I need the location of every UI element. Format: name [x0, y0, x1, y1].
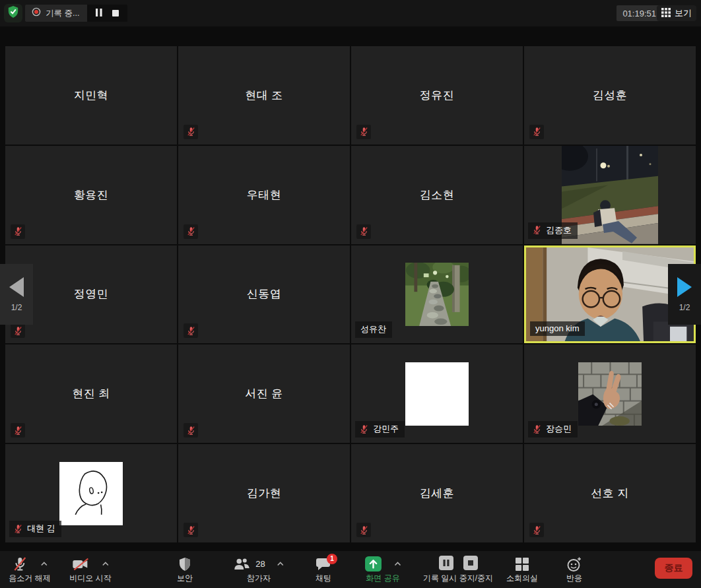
chevron-up-icon[interactable]	[102, 562, 110, 566]
participant-tile[interactable]: 서진 윤	[178, 344, 350, 443]
toolbar-label: 음소거 해제	[9, 573, 50, 584]
muted-mic-icon	[13, 524, 23, 534]
stop-recording-icon[interactable]	[463, 556, 477, 573]
recording-indicator: 기록 중...	[25, 5, 87, 22]
recording-label: 기록 중...	[46, 8, 79, 19]
participant-count: 28	[255, 559, 265, 569]
page-indicator: 1/2	[679, 303, 690, 312]
participant-tile[interactable]: 김성훈	[524, 46, 696, 145]
pause-recording-icon[interactable]	[96, 7, 102, 19]
participant-tile[interactable]: 현진 최	[5, 344, 177, 443]
participant-name: 대현 김	[27, 523, 55, 535]
muted-mic-icon	[532, 424, 542, 434]
participant-tile[interactable]: 김가현	[178, 444, 350, 542]
toolbar-label: 화면 공유	[366, 573, 399, 584]
participant-avatar	[405, 263, 469, 326]
chat-bubble-icon: 1	[316, 557, 331, 572]
participant-name: yungon kim	[535, 323, 579, 333]
view-button[interactable]: 보기	[657, 5, 696, 21]
participant-tile[interactable]: 현대 조	[178, 46, 350, 145]
meeting-timer: 01:19:51	[617, 5, 662, 21]
end-meeting-button[interactable]: 종료	[655, 558, 692, 579]
chevron-up-icon[interactable]	[41, 562, 48, 566]
participant-name-label: 장승민	[528, 421, 578, 438]
reactions-icon	[566, 556, 582, 572]
participant-name: 현대 조	[178, 46, 350, 145]
participant-avatar	[405, 362, 469, 426]
view-label: 보기	[675, 7, 692, 19]
participant-name: 김종호	[546, 224, 572, 236]
toolbar-label: 채팅	[316, 573, 331, 584]
chevron-up-icon[interactable]	[394, 562, 401, 566]
participant-tile[interactable]: 김종호	[524, 146, 696, 244]
toolbar-button-breakout-rooms[interactable]: 소회의실	[506, 555, 538, 584]
muted-mic-icon	[11, 323, 25, 338]
muted-mic-icon	[356, 523, 371, 537]
muted-mic-icon	[184, 125, 198, 139]
stop-recording-icon[interactable]	[112, 7, 119, 19]
muted-mic-icon	[356, 125, 371, 139]
muted-mic-icon	[184, 423, 198, 438]
shield-check-icon	[7, 5, 19, 21]
toolbar-label: 비디오 시작	[69, 573, 111, 584]
participant-tile[interactable]: 장승민	[524, 344, 696, 443]
meeting-window: 기록 중... 01:19:51 보기 지민혁현대 조정유진김성훈황용진우태현김…	[0, 0, 701, 588]
participant-tile[interactable]: 김소현	[351, 146, 523, 244]
pause-recording-icon[interactable]	[438, 556, 453, 573]
participant-name-label: 김종호	[528, 222, 578, 239]
muted-mic-icon	[529, 125, 544, 139]
participant-tile[interactable]: 대현 김	[5, 444, 177, 542]
participant-name: 지민혁	[5, 46, 177, 145]
toolbar-button-start-video[interactable]: 비디오 시작	[69, 555, 111, 584]
chevron-left-icon	[9, 277, 24, 297]
participant-avatar	[578, 362, 642, 426]
participant-name: 서진 윤	[178, 344, 350, 443]
shield-icon	[178, 557, 191, 572]
participant-name: 우태현	[178, 146, 350, 244]
participant-name: 신동엽	[178, 245, 350, 344]
participant-tile[interactable]: 강민주	[351, 344, 523, 443]
recording-widget: 기록 중...	[25, 5, 127, 22]
toolbar-button-share-screen[interactable]: 화면 공유	[364, 555, 401, 584]
toolbar-button-unmute[interactable]: 음소거 해제	[9, 555, 50, 584]
record-dot-icon	[32, 7, 41, 19]
participant-tile[interactable]: 신동엽	[178, 245, 350, 344]
participant-name: 성유찬	[360, 323, 386, 335]
participant-name: 김성훈	[524, 46, 696, 145]
participant-name: 김세훈	[351, 444, 523, 542]
participants-icon	[233, 557, 251, 571]
participant-name: 강민주	[373, 423, 399, 435]
participant-name-label: 대현 김	[9, 521, 61, 537]
participant-grid: 지민혁현대 조정유진김성훈황용진우태현김소현김종호정영민신동엽성유찬yungon…	[5, 46, 696, 542]
security-shield-button[interactable]	[4, 4, 22, 22]
participant-tile[interactable]: 정유진	[351, 46, 523, 145]
toolbar-button-security[interactable]: 보안	[177, 555, 193, 584]
chevron-right-icon	[677, 277, 692, 297]
toolbar-button-chat[interactable]: 1채팅	[316, 555, 331, 584]
next-page-button[interactable]: 1/2	[668, 264, 701, 325]
video-off-icon	[72, 557, 90, 572]
participant-name: 현진 최	[5, 344, 177, 443]
participant-tile[interactable]: 우태현	[178, 146, 350, 244]
participant-tile[interactable]: 성유찬	[351, 245, 523, 344]
muted-mic-icon	[11, 224, 25, 239]
top-bar: 기록 중... 01:19:51 보기	[0, 0, 701, 26]
participant-tile[interactable]: 김세훈	[351, 444, 523, 542]
toolbar-label: 소회의실	[506, 573, 538, 584]
participant-name: 황용진	[5, 146, 177, 244]
participant-tile[interactable]: 황용진	[5, 146, 177, 244]
participant-name: 선호 지	[524, 444, 696, 542]
participant-tile[interactable]: 선호 지	[524, 444, 696, 542]
participant-tile[interactable]: 지민혁	[5, 46, 177, 145]
previous-page-button[interactable]: 1/2	[0, 264, 33, 325]
participant-name-label: 성유찬	[355, 321, 392, 338]
toolbar-button-participants[interactable]: 28참가자	[233, 555, 284, 584]
recording-controls	[87, 5, 127, 22]
muted-mic-icon	[184, 323, 198, 338]
muted-mic-icon	[184, 523, 198, 537]
chevron-up-icon[interactable]	[277, 562, 284, 566]
muted-mic-icon	[532, 225, 542, 235]
toolbar-button-reactions[interactable]: 반응	[566, 555, 582, 584]
mic-off-icon	[12, 556, 29, 572]
toolbar-button-record-pause-stop[interactable]: 기록 일시 중지/중지	[423, 555, 493, 584]
